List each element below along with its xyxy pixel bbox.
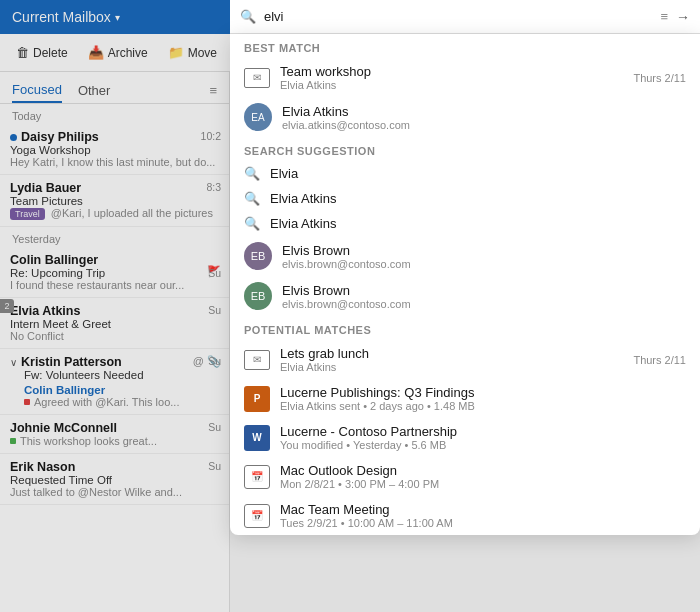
result-sub: Elvia Atkins [280, 79, 623, 91]
result-name: Mac Outlook Design [280, 463, 686, 478]
result-text: Lucerne - Contoso Partnership You modifi… [280, 424, 686, 451]
search-icon: 🔍 [240, 9, 256, 24]
result-text: Elvis Brown elvis.brown@contoso.com [282, 283, 686, 310]
powerpoint-icon: P [244, 386, 270, 412]
result-sub: Elvia Atkins sent • 2 days ago • 1.48 MB [280, 400, 686, 412]
result-sub: Mon 2/8/21 • 3:00 PM – 4:00 PM [280, 478, 686, 490]
search-go-icon[interactable]: → [676, 9, 690, 25]
potential-matches-header: Potential Matches [230, 316, 700, 340]
envelope-icon: ✉ [244, 350, 270, 370]
result-name: Team workshop [280, 64, 623, 79]
suggestion-text: Elvia Atkins [270, 216, 336, 231]
search-dropdown: Best Match ✉ Team workshop Elvia Atkins … [230, 34, 700, 535]
avatar: EB [244, 282, 272, 310]
search-suggestion-item[interactable]: 🔍 Elvia Atkins [230, 186, 700, 211]
result-date: Thurs 2/11 [633, 354, 686, 366]
calendar-icon: 📅 [244, 504, 270, 528]
search-result-item[interactable]: ✉ Team workshop Elvia Atkins Thurs 2/11 [230, 58, 700, 97]
result-text: Team workshop Elvia Atkins [280, 64, 623, 91]
search-result-item[interactable]: EB Elvis Brown elvis.brown@contoso.com [230, 236, 700, 276]
result-name: Elvis Brown [282, 243, 686, 258]
suggestion-text: Elvia Atkins [270, 191, 336, 206]
search-input[interactable] [264, 9, 652, 24]
filter-options-icon[interactable]: ≡ [660, 9, 668, 24]
search-icon: 🔍 [244, 191, 260, 206]
suggestion-text: Elvia [270, 166, 298, 181]
search-suggestion-item[interactable]: 🔍 Elvia Atkins [230, 211, 700, 236]
result-text: Mac Team Meeting Tues 2/9/21 • 10:00 AM … [280, 502, 686, 529]
result-text: Lets grab lunch Elvia Atkins [280, 346, 623, 373]
search-result-item[interactable]: EA Elvia Atkins elvia.atkins@contoso.com [230, 97, 700, 137]
result-sub: You modified • Yesterday • 5.6 MB [280, 439, 686, 451]
search-result-item[interactable]: ✉ Lets grab lunch Elvia Atkins Thurs 2/1… [230, 340, 700, 379]
result-name: Lets grab lunch [280, 346, 623, 361]
result-sub: elvia.atkins@contoso.com [282, 119, 686, 131]
result-sub: Elvia Atkins [280, 361, 623, 373]
result-date: Thurs 2/11 [633, 72, 686, 84]
search-bar: 🔍 ≡ → [230, 0, 700, 34]
result-sub: elvis.brown@contoso.com [282, 298, 686, 310]
calendar-icon: 📅 [244, 465, 270, 489]
result-text: Lucerne Publishings: Q3 Findings Elvia A… [280, 385, 686, 412]
search-suggestion-item[interactable]: 🔍 Elvia [230, 161, 700, 186]
result-name: Mac Team Meeting [280, 502, 686, 517]
word-icon: W [244, 425, 270, 451]
search-result-item[interactable]: P Lucerne Publishings: Q3 Findings Elvia… [230, 379, 700, 418]
result-name: Lucerne - Contoso Partnership [280, 424, 686, 439]
search-icon: 🔍 [244, 166, 260, 181]
search-icon: 🔍 [244, 216, 260, 231]
result-sub: Tues 2/9/21 • 10:00 AM – 11:00 AM [280, 517, 686, 529]
result-text: Mac Outlook Design Mon 2/8/21 • 3:00 PM … [280, 463, 686, 490]
avatar: EB [244, 242, 272, 270]
search-result-item[interactable]: W Lucerne - Contoso Partnership You modi… [230, 418, 700, 457]
envelope-icon: ✉ [244, 68, 270, 88]
search-suggestion-header: Search Suggestion [230, 137, 700, 161]
result-name: Elvia Atkins [282, 104, 686, 119]
search-result-item[interactable]: 📅 Mac Team Meeting Tues 2/9/21 • 10:00 A… [230, 496, 700, 535]
result-name: Elvis Brown [282, 283, 686, 298]
result-sub: elvis.brown@contoso.com [282, 258, 686, 270]
search-result-item[interactable]: EB Elvis Brown elvis.brown@contoso.com [230, 276, 700, 316]
result-text: Elvis Brown elvis.brown@contoso.com [282, 243, 686, 270]
result-name: Lucerne Publishings: Q3 Findings [280, 385, 686, 400]
result-text: Elvia Atkins elvia.atkins@contoso.com [282, 104, 686, 131]
avatar: EA [244, 103, 272, 131]
best-match-header: Best Match [230, 34, 700, 58]
search-result-item[interactable]: 📅 Mac Outlook Design Mon 2/8/21 • 3:00 P… [230, 457, 700, 496]
